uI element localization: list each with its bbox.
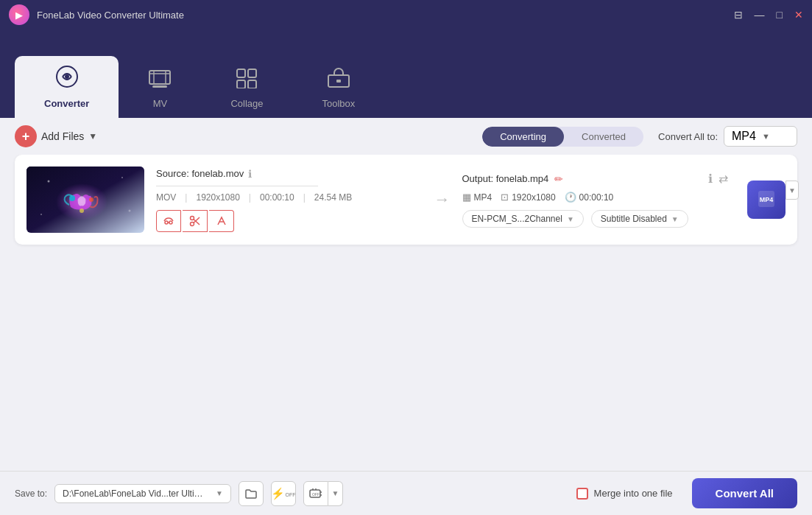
svg-point-17: [80, 209, 84, 213]
file-item: Source: fonelab.mov ℹ MOV | 1920x1080 | …: [15, 155, 797, 245]
svg-point-16: [89, 197, 93, 202]
open-folder-button[interactable]: [239, 481, 264, 506]
output-resolution-icon: ⊡: [501, 192, 509, 203]
source-filename: Source: fonelab.mov: [156, 168, 244, 179]
output-clock-icon: 🕐: [565, 192, 576, 203]
tab-mv-label: MV: [153, 98, 168, 109]
window-controls: ⊟ — □ ✕: [734, 10, 803, 20]
source-info-icon[interactable]: ℹ: [248, 168, 252, 180]
file-format: MOV: [156, 192, 176, 203]
tab-collage[interactable]: Collage: [201, 59, 292, 118]
output-duration-item: 🕐 00:00:10: [565, 192, 614, 203]
app-logo: ▶: [9, 4, 29, 25]
boost-button-combo: OFF ▼: [303, 481, 343, 506]
save-path-value: D:\FoneLab\FoneLab Vid...ter Ultimate\Co…: [63, 488, 210, 499]
subtitle-value: Subtitle Disabled: [601, 214, 667, 224]
merge-checkbox-area: Merge into one file: [576, 488, 673, 500]
add-files-icon: +: [15, 125, 37, 147]
svg-point-22: [165, 221, 168, 224]
tab-collage-label: Collage: [230, 98, 263, 109]
watermark-button[interactable]: [209, 210, 234, 232]
svg-point-20: [129, 210, 131, 212]
convert-all-to-label: Convert All to:: [658, 131, 718, 142]
format-badge-wrapper: MP4 ▼: [747, 181, 785, 219]
format-selector[interactable]: MP4 ▼: [724, 126, 797, 147]
svg-point-1: [65, 74, 69, 79]
svg-point-15: [69, 195, 75, 201]
captions-button[interactable]: ⊟: [734, 10, 743, 20]
svg-rect-10: [248, 80, 256, 88]
merge-checkbox[interactable]: [576, 488, 588, 500]
svg-text:OFF: OFF: [312, 492, 319, 497]
output-format-item: ▦ MP4: [462, 192, 493, 203]
merge-label: Merge into one file: [594, 488, 673, 499]
output-settings-icon[interactable]: ⇄: [719, 172, 728, 186]
format-badge-dropdown[interactable]: ▼: [785, 181, 799, 200]
tab-converter-label: Converter: [44, 98, 89, 109]
titlebar: ▶ FoneLab Video Converter Ultimate ⊟ — □…: [0, 0, 812, 29]
tab-toolbox-label: Toolbox: [322, 98, 356, 109]
add-files-button[interactable]: + Add Files ▼: [15, 125, 97, 147]
file-duration: 00:00:10: [260, 192, 294, 203]
add-files-dropdown-arrow[interactable]: ▼: [88, 131, 97, 141]
subtitle-dropdown-arrow: ▼: [671, 215, 679, 223]
output-resolution: 1920x1080: [512, 192, 555, 203]
format-badge-label: MP4: [755, 188, 777, 211]
format-value: MP4: [732, 130, 756, 143]
file-thumbnail: [27, 167, 144, 233]
output-info-icon[interactable]: ℹ: [708, 172, 713, 186]
svg-point-25: [190, 222, 194, 225]
svg-text:MP4: MP4: [760, 196, 774, 203]
collage-icon: [236, 68, 258, 94]
svg-rect-9: [237, 80, 245, 88]
action-buttons: [156, 210, 423, 232]
svg-rect-12: [336, 80, 341, 83]
boost-dropdown-button[interactable]: ▼: [328, 481, 343, 506]
tab-toolbox[interactable]: Toolbox: [293, 59, 385, 118]
tab-converter[interactable]: Converter: [15, 56, 119, 118]
svg-point-21: [40, 214, 42, 215]
source-divider: [156, 186, 318, 186]
svg-rect-2: [149, 71, 170, 84]
save-to-label: Save to:: [15, 488, 47, 499]
file-meta: MOV | 1920x1080 | 00:00:10 | 24.54 MB: [156, 192, 423, 203]
svg-rect-7: [237, 69, 245, 77]
save-path-selector[interactable]: D:\FoneLab\FoneLab Vid...ter Ultimate\Co…: [54, 484, 231, 503]
file-info-left: Source: fonelab.mov ℹ MOV | 1920x1080 | …: [156, 168, 423, 232]
output-format-icon: ▦: [462, 192, 471, 203]
file-resolution: 1920x1080: [196, 192, 239, 203]
svg-rect-8: [248, 69, 256, 77]
save-path-arrow: ▼: [216, 489, 223, 497]
flash-off-button[interactable]: ⚡OFF: [271, 481, 296, 506]
audio-dropdown-arrow: ▼: [567, 215, 574, 223]
svg-point-19: [121, 177, 123, 178]
arrow-connector: →: [434, 190, 451, 209]
output-selectors: EN-PCM_S...2Channel ▼ Subtitle Disabled …: [462, 210, 729, 228]
cut-button[interactable]: [183, 210, 208, 232]
nav-tabs: Converter MV Collage: [0, 29, 812, 118]
tab-converted[interactable]: Converted: [564, 127, 643, 147]
minimize-button[interactable]: —: [755, 10, 765, 20]
output-info: Output: fonelab.mp4 ✏ ℹ ⇄ ▦ MP4 ⊡ 1920x1…: [462, 172, 729, 228]
tab-switcher: Converting Converted: [482, 127, 643, 147]
file-size: 24.54 MB: [314, 192, 352, 203]
subtitle-selector[interactable]: Subtitle Disabled ▼: [591, 210, 688, 228]
file-list: Source: fonelab.mov ℹ MOV | 1920x1080 | …: [0, 155, 812, 471]
output-filename: Output: fonelab.mp4: [462, 173, 549, 184]
output-meta: ▦ MP4 ⊡ 1920x1080 🕐 00:00:10: [462, 192, 729, 203]
effects-button[interactable]: [156, 210, 181, 232]
edit-output-icon[interactable]: ✏: [554, 173, 563, 185]
source-line: Source: fonelab.mov ℹ: [156, 168, 423, 180]
format-dropdown-arrow: ▼: [762, 132, 770, 141]
tab-mv[interactable]: MV: [119, 59, 201, 118]
output-resolution-item: ⊡ 1920x1080: [501, 192, 555, 203]
boost-button[interactable]: OFF: [303, 481, 328, 506]
audio-selector[interactable]: EN-PCM_S...2Channel ▼: [462, 210, 584, 228]
output-header: Output: fonelab.mp4 ✏ ℹ ⇄: [462, 172, 729, 186]
maximize-button[interactable]: □: [777, 10, 783, 20]
thumbnail-image: [27, 167, 144, 233]
close-button[interactable]: ✕: [794, 10, 803, 20]
add-files-label: Add Files: [41, 130, 84, 142]
convert-all-button[interactable]: Convert All: [692, 478, 797, 508]
tab-converting[interactable]: Converting: [482, 127, 564, 147]
